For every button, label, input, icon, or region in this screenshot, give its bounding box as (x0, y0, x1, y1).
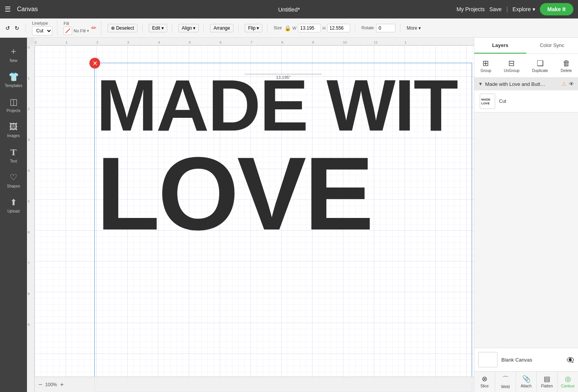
layer-thumbnail: MADE LOVE (480, 94, 495, 109)
linetype-label: Linetype (32, 21, 48, 25)
sidebar-item-images[interactable]: 🖼 Images (1, 118, 26, 142)
weld-button[interactable]: ⌒ Weld (495, 372, 516, 392)
linetype-select[interactable]: Cut (32, 26, 52, 35)
slice-button[interactable]: ⊗ Slice (474, 372, 495, 392)
group-label: Group (481, 69, 491, 73)
my-projects-button[interactable]: My Projects (457, 6, 485, 12)
canvas-area[interactable]: 0 1 2 3 4 5 6 7 8 9 10 11 1 0 1 2 3 4 5 (27, 38, 474, 392)
zoom-out-button[interactable]: − (39, 381, 42, 388)
blank-canvas-section: Blank Canvas 👁‍🗨 (474, 348, 578, 371)
ruler-top: 0 1 2 3 4 5 6 7 8 9 10 11 1 (35, 38, 474, 45)
app-title: Canvas (17, 6, 38, 13)
flatten-button[interactable]: ▤ Flatten (537, 372, 558, 392)
sidebar-item-projects[interactable]: ◫ Projects (1, 93, 26, 117)
fill-group: Fill No Fill ▾ ✏ (64, 21, 101, 35)
height-input[interactable] (327, 24, 350, 32)
zoom-level: 100% (45, 382, 57, 387)
sidebar-item-text[interactable]: T Text (1, 143, 26, 167)
contour-button[interactable]: ◎ Contour (558, 372, 578, 392)
delete-handle[interactable]: ✕ (89, 58, 100, 69)
duplicate-action[interactable]: ❏ Duplicate (530, 57, 551, 74)
ruler-left: 0 1 2 3 4 5 6 7 8 9 (27, 45, 35, 392)
sidebar-item-new[interactable]: ＋ New (1, 42, 26, 67)
sidebar-item-templates[interactable]: 👕 Templates (1, 68, 26, 92)
bottom-panel-actions: ⊗ Slice ⌒ Weld 📎 Attach ▤ Flatten ◎ Cont… (474, 371, 578, 392)
undo-button[interactable]: ↺ (4, 23, 12, 33)
tab-color-sync[interactable]: Color Sync (526, 38, 578, 54)
templates-icon: 👕 (8, 72, 19, 82)
pen-icon[interactable]: ✏ (91, 24, 96, 32)
sidebar-label-images: Images (7, 134, 20, 138)
h-label: H (323, 26, 326, 30)
fill-label: Fill (64, 21, 69, 26)
canvas-grid: ✕ 13.195" MADE WIT LOVE (35, 45, 474, 392)
delete-icon: 🗑 (563, 59, 570, 68)
design-content: MADE WIT LOVE (96, 69, 457, 246)
undo-redo-group: ↺ ↻ (4, 23, 26, 33)
layer-item[interactable]: MADE LOVE Cut (474, 90, 578, 112)
group-action[interactable]: ⊞ Group (478, 57, 494, 74)
edit-button[interactable]: Edit ▾ (149, 24, 167, 32)
align-arrow-icon: ▾ (193, 25, 195, 31)
weld-label: Weld (501, 385, 510, 389)
sidebar-label-shapes: Shapes (7, 184, 20, 188)
nav-divider: | (506, 6, 508, 13)
redo-button[interactable]: ↻ (13, 23, 21, 33)
toolbar: ↺ ↻ Linetype Cut Fill No Fill ▾ ✏ ⊕ Dese… (0, 18, 578, 38)
panel-actions: ⊞ Group ⊟ UnGroup ❏ Duplicate 🗑 Delete (474, 54, 578, 78)
blank-canvas-thumbnail (478, 352, 497, 367)
make-it-button[interactable]: Make It (540, 3, 573, 15)
flatten-label: Flatten (541, 384, 553, 388)
fill-swatch[interactable] (64, 27, 72, 35)
explore-button[interactable]: Explore ▾ (512, 6, 535, 12)
attach-button[interactable]: 📎 Attach (516, 372, 537, 392)
zoom-in-button[interactable]: + (60, 381, 64, 388)
rotate-label: Rotate (361, 25, 374, 30)
sidebar-label-upload: Upload (7, 209, 20, 213)
fill-dropdown[interactable]: No Fill ▾ (64, 27, 89, 35)
edit-arrow-icon: ▾ (161, 25, 164, 31)
svg-text:MADE: MADE (481, 98, 491, 101)
attach-icon: 📎 (522, 375, 531, 383)
ungroup-label: UnGroup (504, 69, 519, 73)
sidebar-label-new: New (10, 59, 17, 63)
flip-group: Flip ▾ (245, 24, 267, 32)
layer-group: ▼ Made with Love and Butt… ⚠ 👁 MADE LOVE… (474, 78, 578, 112)
deselect-icon: ⊕ (111, 25, 115, 31)
sidebar-item-shapes[interactable]: ♡ Shapes (1, 169, 26, 192)
more-button[interactable]: More ▾ (407, 25, 421, 31)
rotate-group: Rotate (361, 24, 400, 32)
sidebar-item-upload[interactable]: ⬆ Upload (1, 194, 26, 217)
layer-group-header[interactable]: ▼ Made with Love and Butt… ⚠ 👁 (474, 78, 578, 90)
flip-button[interactable]: Flip ▾ (245, 24, 262, 32)
more-group: More ▾ (407, 25, 425, 31)
layers-section: ▼ Made with Love and Butt… ⚠ 👁 MADE LOVE… (474, 78, 578, 348)
tab-layers[interactable]: Layers (474, 38, 526, 54)
width-input[interactable] (298, 24, 321, 32)
projects-icon: ◫ (10, 97, 18, 107)
main-layout: ＋ New 👕 Templates ◫ Projects 🖼 Images T … (0, 38, 578, 392)
visibility-icon[interactable]: 👁 (569, 81, 574, 87)
flatten-icon: ▤ (544, 375, 550, 383)
linetype-group: Linetype Cut (32, 21, 57, 35)
deselect-group: ⊕ Deselect (108, 24, 143, 32)
arrange-button[interactable]: Arrange (210, 24, 234, 32)
save-button[interactable]: Save (489, 6, 502, 12)
weld-icon: ⌒ (502, 375, 509, 384)
hamburger-menu-icon[interactable]: ☰ (5, 5, 11, 13)
rotate-input[interactable] (376, 24, 395, 32)
linetype-item: Linetype Cut (32, 21, 52, 35)
text-icon: T (10, 147, 17, 157)
ungroup-action[interactable]: ⊟ UnGroup (501, 57, 522, 74)
edit-group: Edit ▾ (149, 24, 172, 32)
slice-label: Slice (481, 384, 489, 388)
delete-action[interactable]: 🗑 Delete (558, 57, 574, 74)
deselect-button[interactable]: ⊕ Deselect (108, 24, 138, 32)
design-line1: MADE WIT (96, 69, 457, 142)
layer-item-name: Cut (499, 99, 573, 104)
layer-group-name: Made with Love and Butt… (485, 81, 559, 87)
align-button[interactable]: Align ▾ (178, 24, 199, 32)
fill-arrow: ▾ (87, 29, 89, 33)
left-sidebar: ＋ New 👕 Templates ◫ Projects 🖼 Images T … (0, 38, 27, 392)
blank-canvas-visibility-icon[interactable]: 👁‍🗨 (566, 356, 574, 364)
